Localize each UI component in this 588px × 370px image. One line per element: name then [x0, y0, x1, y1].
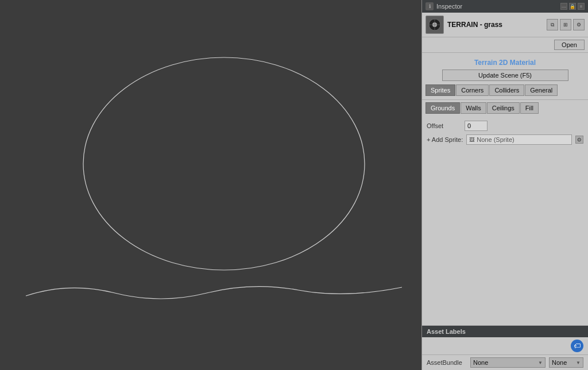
tab-general[interactable]: General	[525, 84, 558, 96]
asset-bundle-value: None	[473, 359, 488, 366]
add-label-button[interactable]: 🏷	[571, 340, 583, 352]
asset-bundle-row: AssetBundle None ▼ None ▼	[422, 354, 588, 370]
tab-colliders[interactable]: Colliders	[489, 84, 524, 96]
asset-bundle-select[interactable]: None ▼	[470, 357, 546, 368]
gear-button[interactable]: ⚙	[573, 19, 585, 30]
asset-bundle-select2[interactable]: None ▼	[549, 357, 583, 368]
sprite-picker-button[interactable]: ⊙	[575, 136, 583, 144]
sprite-input-container: 🖼 None (Sprite)	[466, 134, 572, 145]
main-content: Terrain 2D Material Update Scene (F5) Sp…	[422, 53, 588, 325]
asset-icon	[425, 16, 444, 34]
asset-name: TERRAIN - grass	[447, 21, 543, 29]
fields-area: Offset + Add Sprite: 🖼 None (Sprite) ⊙	[422, 118, 588, 147]
minimize-button[interactable]: —	[560, 3, 567, 10]
tab-corners[interactable]: Corners	[456, 84, 489, 96]
asset-labels-section: Asset Labels 🏷 AssetBundle None ▼ None ▼	[422, 325, 588, 370]
asset-bundle-label: AssetBundle	[427, 359, 467, 366]
lock-button[interactable]: 🔒	[569, 3, 576, 10]
preset-button[interactable]: ⊞	[560, 19, 571, 30]
inspector-panel: ℹ Inspector — 🔒 ≡ TERRAIN - grass ⧉ ⊞	[421, 0, 588, 370]
sprite-value: None (Sprite)	[477, 136, 569, 143]
offset-label: Offset	[427, 122, 461, 129]
asset-header: TERRAIN - grass ⧉ ⊞ ⚙	[422, 13, 588, 37]
inspector-icon: ℹ	[425, 2, 434, 10]
inspector-titlebar: ℹ Inspector — 🔒 ≡	[422, 0, 588, 13]
menu-button[interactable]: ≡	[578, 3, 585, 10]
update-scene-button[interactable]: Update Scene (F5)	[442, 70, 568, 81]
inspector-title: Inspector	[436, 3, 558, 10]
tab-bar-2: Grounds Walls Ceilings Fill	[422, 102, 588, 114]
asset-header-buttons: ⧉ ⊞ ⚙	[547, 19, 585, 30]
asset-bundle-value2: None	[552, 359, 567, 366]
copy-asset-button[interactable]: ⧉	[547, 19, 558, 30]
tab-fill[interactable]: Fill	[520, 102, 539, 114]
asset-labels-content: 🏷	[422, 337, 588, 354]
offset-row: Offset	[427, 121, 583, 131]
open-button[interactable]: Open	[554, 40, 585, 50]
window-controls: — 🔒 ≡	[560, 3, 585, 10]
add-sprite-label: + Add Sprite:	[427, 136, 463, 143]
scene-canvas[interactable]	[0, 0, 421, 370]
select-arrow-icon: ▼	[538, 360, 543, 365]
open-button-row: Open	[422, 37, 588, 53]
select-arrow2-icon: ▼	[576, 360, 581, 365]
offset-input[interactable]	[465, 121, 488, 131]
tab-walls[interactable]: Walls	[461, 102, 486, 114]
tab-sprites[interactable]: Sprites	[425, 84, 455, 96]
asset-labels-title: Asset Labels	[422, 326, 588, 337]
add-sprite-row: + Add Sprite: 🖼 None (Sprite) ⊙	[427, 134, 583, 145]
tab-ceilings[interactable]: Ceilings	[487, 102, 520, 114]
tab-grounds[interactable]: Grounds	[425, 102, 460, 114]
svg-point-0	[83, 57, 365, 270]
divider-1	[422, 99, 588, 100]
inspector-content: TERRAIN - grass ⧉ ⊞ ⚙ Open Terrain 2D Ma…	[422, 13, 588, 370]
tab-bar-1: Sprites Corners Colliders General	[422, 84, 588, 96]
section-title: Terrain 2D Material	[422, 54, 588, 70]
update-scene-row: Update Scene (F5)	[422, 70, 588, 84]
